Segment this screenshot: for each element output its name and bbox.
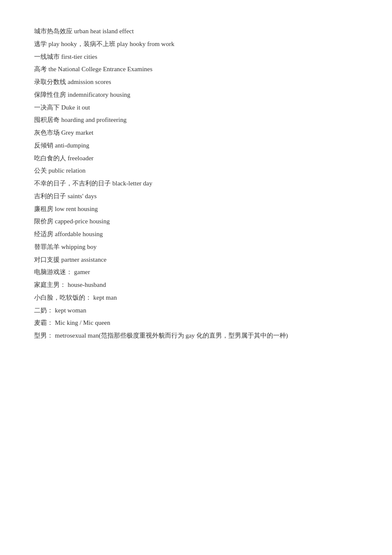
vocab-item: 灰色市场 Grey market (34, 129, 93, 136)
list-item: 廉租房 low rent housing (34, 203, 358, 215)
vocab-item: 保障性住房 indemnificatory housing (34, 91, 130, 98)
vocab-item: 吉利的日子 saints' days (34, 193, 97, 199)
vocab-item: 型男： metrosexual man(范指那些极度重视外貌而行为 gay 化的… (34, 332, 288, 339)
list-item: 经适房 affordable housing (34, 228, 358, 240)
vocab-item: 吃白食的人 freeloader (34, 155, 94, 162)
vocab-item: 录取分数线 admission scores (34, 78, 111, 85)
list-item: 公关 public relation (34, 165, 358, 177)
list-item: 保障性住房 indemnificatory housing (34, 89, 358, 101)
list-item: 高考 the National College Entrance Examine… (34, 64, 358, 75)
list-item: 逃学 play hooky，装病不上班 play hooky from work (34, 38, 358, 50)
list-item: 反倾销 anti-dumping (34, 140, 358, 152)
vocab-item: 限价房 capped-price housing (34, 218, 110, 225)
vocab-item: 对口支援 partner assistance (34, 256, 107, 263)
list-item: 替罪羔羊 whipping boy (34, 241, 358, 253)
list-item: 灰色市场 Grey market (34, 127, 358, 139)
list-item: 小白脸，吃软饭的： kept man (34, 292, 358, 304)
vocab-item: 替罪羔羊 whipping boy (34, 243, 97, 250)
vocab-item: 一决高下 Duke it out (34, 104, 90, 111)
vocab-item: 城市热岛效应 urban heat island effect (34, 28, 134, 35)
list-item: 不幸的日子，不吉利的日子 black-letter day (34, 178, 358, 190)
list-item: 一线城市 first-tier cities (34, 51, 358, 63)
list-item: 吉利的日子 saints' days (34, 191, 358, 202)
list-item: 囤积居奇 hoarding and profiteering (34, 114, 358, 126)
vocab-item: 家庭主男： house-husband (34, 281, 106, 288)
vocab-item: 电脑游戏迷： gamer (34, 269, 90, 275)
vocab-item: 反倾销 anti-dumping (34, 142, 89, 149)
list-item: 麦霸： Mic king / Mic queen (34, 317, 358, 329)
list-item: 电脑游戏迷： gamer (34, 266, 358, 278)
list-item: 城市热岛效应 urban heat island effect (34, 26, 358, 38)
vocab-item: 小白脸，吃软饭的： kept man (34, 294, 117, 301)
list-item: 吃白食的人 freeloader (34, 153, 358, 165)
list-item: 对口支援 partner assistance (34, 254, 358, 266)
vocab-item: 麦霸： Mic king / Mic queen (34, 319, 110, 326)
vocab-item: 经适房 affordable housing (34, 231, 103, 237)
vocab-item: 高考 the National College Entrance Examine… (34, 66, 153, 72)
vocab-item: 廉租房 low rent housing (34, 205, 98, 212)
list-item: 型男： metrosexual man(范指那些极度重视外貌而行为 gay 化的… (34, 330, 358, 342)
vocab-item: 公关 public relation (34, 167, 86, 174)
vocab-item: 二奶： kept woman (34, 307, 86, 314)
vocab-item: 逃学 play hooky，装病不上班 play hooky from work (34, 40, 174, 47)
vocab-item: 一线城市 first-tier cities (34, 53, 97, 60)
list-item: 限价房 capped-price housing (34, 216, 358, 228)
list-item: 家庭主男： house-husband (34, 279, 358, 291)
vocab-item: 囤积居奇 hoarding and profiteering (34, 116, 127, 123)
vocabulary-list: 城市热岛效应 urban heat island effect逃学 play h… (34, 26, 358, 342)
list-item: 二奶： kept woman (34, 305, 358, 317)
vocab-item: 不幸的日子，不吉利的日子 black-letter day (34, 180, 152, 187)
list-item: 录取分数线 admission scores (34, 76, 358, 88)
list-item: 一决高下 Duke it out (34, 102, 358, 114)
